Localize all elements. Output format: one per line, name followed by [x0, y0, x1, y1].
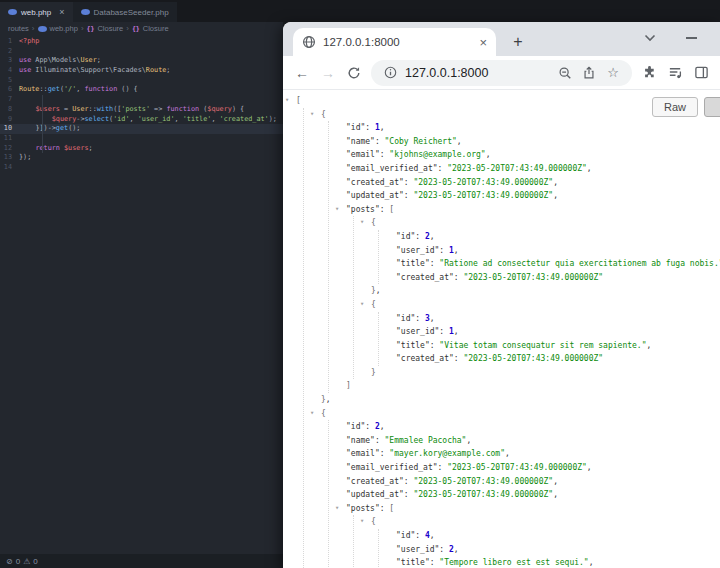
no-errors-icon[interactable]: ⊘: [6, 557, 13, 566]
back-button[interactable]: ←: [289, 60, 315, 86]
collapse-toggle-icon[interactable]: ▾: [360, 298, 370, 312]
code-token: function: [166, 105, 199, 115]
json-token: "Tempore libero est est sequi.": [439, 558, 588, 567]
code-line[interactable]: 4use Illuminate\Support\Facades\Route;: [0, 66, 283, 76]
line-number: 11: [0, 134, 19, 144]
warnings-icon[interactable]: ⚠: [23, 557, 30, 566]
json-line: ▾"posts": [: [346, 203, 720, 217]
code-token: $query: [207, 105, 232, 115]
collapse-toggle-icon[interactable]: ▾: [335, 502, 345, 516]
code-token: '/': [64, 85, 76, 95]
json-token: :: [415, 314, 425, 323]
media-controls-icon[interactable]: [662, 60, 688, 86]
globe-favicon-icon: [302, 35, 316, 49]
json-line: "title": "Tempore libero est est sequi."…: [396, 556, 720, 568]
json-token: "created_at": [396, 273, 454, 282]
zoom-out-icon[interactable]: [556, 64, 574, 82]
bookmark-star-icon[interactable]: ☆: [604, 64, 622, 82]
json-token: "updated_at": [346, 490, 404, 499]
line-number: 6: [0, 85, 19, 95]
code-token: [19, 105, 35, 115]
code-line[interactable]: 14: [0, 163, 283, 173]
raw-button[interactable]: Raw: [652, 97, 698, 117]
code-token: ;: [97, 56, 101, 66]
breadcrumb-item-routes[interactable]: routes: [8, 24, 29, 33]
editor-tab-webphp[interactable]: web.php ×: [0, 2, 73, 22]
code-token: (: [199, 105, 207, 115]
collapse-toggle-icon[interactable]: ▾: [310, 407, 320, 421]
json-line: "email_verified_at": "2023-05-20T07:43:4…: [346, 461, 720, 475]
code-token: App\Models\: [31, 56, 80, 66]
code-line[interactable]: 13});: [0, 153, 283, 163]
code-line[interactable]: 5: [0, 76, 283, 86]
json-token: ,: [505, 449, 510, 458]
json-token: "Coby Reichert": [385, 137, 457, 146]
editor-tab-databaseseeder[interactable]: DatabaseSeeder.php: [73, 2, 177, 22]
collapse-toggle-icon[interactable]: ▾: [310, 108, 320, 122]
json-token: "user_id": [396, 545, 439, 554]
json-block: ▾{"id": 2,"user_id": 1,"title": "Ratione…: [353, 216, 720, 379]
collapse-toggle-icon[interactable]: ▾: [360, 216, 370, 230]
json-token: ]: [346, 381, 351, 390]
collapse-toggle-icon[interactable]: ▾: [360, 515, 370, 529]
reload-button[interactable]: [341, 60, 367, 86]
json-token: "2023-05-20T07:43:49.000000Z": [447, 463, 587, 472]
json-block: "id": 3,"user_id": 1,"title": "Vitae tot…: [378, 312, 720, 366]
json-token: "user_id": [396, 327, 439, 336]
json-token: ,: [326, 395, 331, 404]
extensions-icon[interactable]: [636, 60, 662, 86]
collapse-toggle-icon[interactable]: ▾: [335, 203, 345, 217]
warnings-count[interactable]: 0: [33, 557, 37, 566]
code-token: 'title': [183, 115, 212, 125]
parsed-button[interactable]: [704, 97, 720, 117]
code-line[interactable]: 6Route::get('/', function () {: [0, 85, 283, 95]
code-line[interactable]: 2: [0, 47, 283, 57]
collapse-toggle-icon[interactable]: ▾: [285, 94, 295, 108]
json-token: "2023-05-20T07:43:49.000000Z": [413, 477, 553, 486]
site-info-icon[interactable]: [381, 64, 399, 82]
omnibox[interactable]: 127.0.0.1:8000 ☆: [371, 60, 632, 86]
line-number: 5: [0, 76, 19, 86]
json-token: :: [365, 422, 375, 431]
code-token: 'id': [113, 115, 129, 125]
breadcrumb-item-closure[interactable]: Closure: [97, 24, 123, 33]
json-token: :: [430, 341, 440, 350]
line-number: 7: [0, 95, 19, 105]
json-line: "id": 3,: [396, 312, 720, 326]
code-line[interactable]: 3use App\Models\User;: [0, 56, 283, 66]
tab-search-chevron-icon[interactable]: [638, 28, 662, 48]
json-token: "title": [396, 259, 430, 268]
code-token: =: [60, 105, 72, 115]
json-token: ,: [454, 545, 459, 554]
code-editor[interactable]: 1<?php23use App\Models\User;4use Illumin…: [0, 35, 283, 554]
tab-close-icon[interactable]: ×: [479, 36, 487, 49]
new-tab-button[interactable]: +: [507, 31, 529, 53]
json-token: :: [404, 490, 414, 499]
line-number: 4: [0, 66, 19, 76]
json-token: "created_at": [346, 178, 404, 187]
json-token: :: [430, 259, 440, 268]
tab-close-icon[interactable]: ×: [59, 7, 64, 17]
json-token: :: [438, 463, 448, 472]
errors-count[interactable]: 0: [16, 557, 20, 566]
side-panel-icon[interactable]: [688, 60, 714, 86]
breadcrumb-item-closure[interactable]: Closure: [143, 24, 169, 33]
code-line[interactable]: 1<?php: [0, 37, 283, 47]
minimize-button[interactable]: [679, 28, 703, 48]
json-viewer: ▾[▾{"id": 1,"name": "Coby Reichert","ema…: [283, 90, 720, 568]
code-token: use: [19, 56, 31, 66]
breadcrumb-item-file[interactable]: web.php: [50, 24, 78, 33]
browser-tab[interactable]: 127.0.0.1:8000 ×: [293, 28, 496, 56]
json-token: [: [389, 205, 394, 214]
forward-button[interactable]: →: [315, 60, 341, 86]
json-token: "2023-05-20T07:43:49.000000Z": [463, 273, 603, 282]
share-icon[interactable]: [580, 64, 598, 82]
json-line: "created_at": "2023-05-20T07:43:49.00000…: [346, 475, 720, 489]
url-text[interactable]: 127.0.0.1:8000: [405, 66, 550, 80]
json-token: :: [454, 354, 464, 363]
json-token: ,: [454, 246, 459, 255]
json-token: [: [296, 96, 301, 105]
json-token: :: [404, 191, 414, 200]
editor-tab-label: DatabaseSeeder.php: [94, 8, 169, 17]
json-token: :: [438, 164, 448, 173]
